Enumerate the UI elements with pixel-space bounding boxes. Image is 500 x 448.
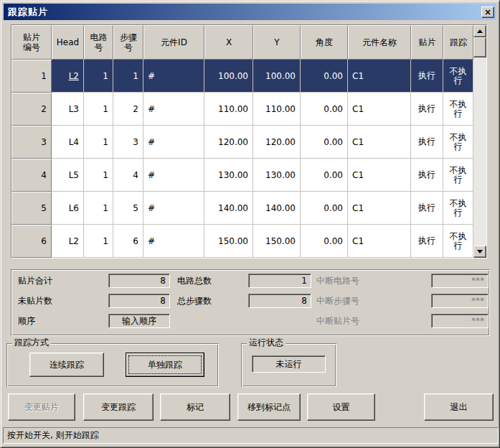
cell-component_id[interactable]: #: [143, 192, 204, 225]
row-number-cell[interactable]: 4: [11, 159, 52, 192]
cell-y[interactable]: 130.00: [253, 159, 301, 192]
interrupt-step-label: 中断步骤号: [316, 294, 359, 308]
mark-button[interactable]: 标记: [160, 393, 230, 421]
title-bar[interactable]: 跟踪贴片 ×: [4, 4, 496, 20]
cell-component_name[interactable]: C1: [348, 126, 411, 159]
cell-component_id[interactable]: #: [143, 126, 204, 159]
column-header-no[interactable]: 贴片 编号: [11, 25, 52, 60]
cell-place[interactable]: 执行: [411, 93, 443, 126]
column-header-y[interactable]: Y: [253, 25, 301, 60]
cell-angle[interactable]: 0.00: [301, 225, 348, 258]
cell-step[interactable]: 5: [113, 192, 143, 225]
cell-circuit[interactable]: 1: [84, 192, 113, 225]
cell-track[interactable]: 不执 行: [443, 225, 473, 258]
cell-angle[interactable]: 0.00: [301, 93, 348, 126]
column-header-place[interactable]: 贴片: [411, 25, 443, 60]
cell-component_id[interactable]: #: [143, 225, 204, 258]
cell-track[interactable]: 不执 行: [443, 93, 473, 126]
cell-angle[interactable]: 0.00: [301, 60, 348, 93]
cell-component_name[interactable]: C1: [348, 60, 411, 93]
row-number-cell[interactable]: 2: [11, 93, 52, 126]
cell-component_name[interactable]: C1: [348, 192, 411, 225]
cell-x[interactable]: 120.00: [204, 126, 253, 159]
cell-component_id[interactable]: #: [143, 159, 204, 192]
interrupt-step-field: ***: [431, 294, 489, 308]
change-patch-button: 变更贴片: [8, 393, 75, 421]
cell-component_id[interactable]: #: [143, 93, 204, 126]
cell-place[interactable]: 执行: [411, 192, 443, 225]
cell-step[interactable]: 3: [113, 126, 143, 159]
cell-circuit[interactable]: 1: [84, 126, 113, 159]
cell-circuit[interactable]: 1: [84, 60, 113, 93]
column-header-step[interactable]: 步骤 号: [113, 25, 143, 60]
cell-x[interactable]: 100.00: [204, 60, 253, 93]
cell-angle[interactable]: 0.00: [301, 159, 348, 192]
cell-place[interactable]: 执行: [411, 159, 443, 192]
cell-head[interactable]: L4: [52, 126, 84, 159]
interrupt-patch-label: 中断贴片号: [316, 314, 359, 328]
cell-head[interactable]: L5: [52, 159, 84, 192]
cell-step[interactable]: 2: [113, 93, 143, 126]
scroll-down-button[interactable]: [473, 246, 486, 258]
scrollbar-track[interactable]: [473, 57, 486, 246]
cell-component_id[interactable]: #: [143, 60, 204, 93]
column-header-circuit[interactable]: 电路 号: [84, 25, 113, 60]
cell-track[interactable]: 不执 行: [443, 192, 473, 225]
row-number-cell[interactable]: 5: [11, 192, 52, 225]
settings-button[interactable]: 设置: [307, 393, 375, 421]
cell-step[interactable]: 1: [113, 60, 143, 93]
cell-place[interactable]: 执行: [411, 126, 443, 159]
scrollbar-thumb[interactable]: [473, 37, 486, 57]
cell-y[interactable]: 140.00: [253, 192, 301, 225]
cell-angle[interactable]: 0.00: [301, 192, 348, 225]
cell-circuit[interactable]: 1: [84, 225, 113, 258]
cell-track[interactable]: 不执 行: [443, 126, 473, 159]
continuous-track-button[interactable]: 连续跟踪: [29, 353, 104, 377]
close-icon: ×: [484, 9, 491, 16]
cell-component_name[interactable]: C1: [348, 93, 411, 126]
cell-place[interactable]: 执行: [411, 60, 443, 93]
cell-head[interactable]: L2: [52, 60, 84, 93]
interrupt-circuit-field: ***: [431, 274, 489, 288]
vertical-scrollbar[interactable]: [473, 25, 486, 258]
change-track-button[interactable]: 变更跟踪: [83, 393, 154, 421]
cell-y[interactable]: 100.00: [253, 60, 301, 93]
single-track-button[interactable]: 单独跟踪: [126, 353, 204, 377]
row-number-cell[interactable]: 1: [11, 60, 52, 93]
cell-head[interactable]: L3: [52, 93, 84, 126]
cell-track[interactable]: 不执 行: [443, 159, 473, 192]
cell-circuit[interactable]: 1: [84, 93, 113, 126]
cell-circuit[interactable]: 1: [84, 159, 113, 192]
cell-head[interactable]: L6: [52, 192, 84, 225]
column-header-component_name[interactable]: 元件名称: [348, 25, 411, 60]
row-number-cell[interactable]: 6: [11, 225, 52, 258]
cell-head[interactable]: L2: [52, 225, 84, 258]
move-to-mark-button[interactable]: 移到标记点: [237, 393, 301, 421]
column-header-component_id[interactable]: 元件ID: [143, 25, 204, 60]
scroll-up-button[interactable]: [473, 25, 486, 37]
column-header-head[interactable]: Head: [52, 25, 84, 60]
column-header-track[interactable]: 跟踪: [443, 25, 473, 60]
cell-component_name[interactable]: C1: [348, 159, 411, 192]
cell-angle[interactable]: 0.00: [301, 126, 348, 159]
cell-step[interactable]: 6: [113, 225, 143, 258]
column-header-angle[interactable]: 角度: [301, 25, 348, 60]
cell-x[interactable]: 140.00: [204, 192, 253, 225]
row-number-cell[interactable]: 3: [11, 126, 52, 159]
exit-button[interactable]: 退出: [424, 393, 494, 421]
unplaced-count-field: 8: [108, 294, 170, 308]
column-header-x[interactable]: X: [204, 25, 253, 60]
cell-y[interactable]: 110.00: [253, 93, 301, 126]
cell-component_name[interactable]: C1: [348, 225, 411, 258]
cell-x[interactable]: 130.00: [204, 159, 253, 192]
cell-y[interactable]: 120.00: [253, 126, 301, 159]
cell-step[interactable]: 4: [113, 159, 143, 192]
cell-place[interactable]: 执行: [411, 225, 443, 258]
cell-y[interactable]: 150.00: [253, 225, 301, 258]
cell-x[interactable]: 110.00: [204, 93, 253, 126]
arrow-up-icon: [477, 29, 483, 33]
cell-track[interactable]: 不执 行: [443, 60, 473, 93]
close-button[interactable]: ×: [481, 6, 494, 18]
interrupt-patch-field: ***: [431, 314, 489, 328]
cell-x[interactable]: 150.00: [204, 225, 253, 258]
